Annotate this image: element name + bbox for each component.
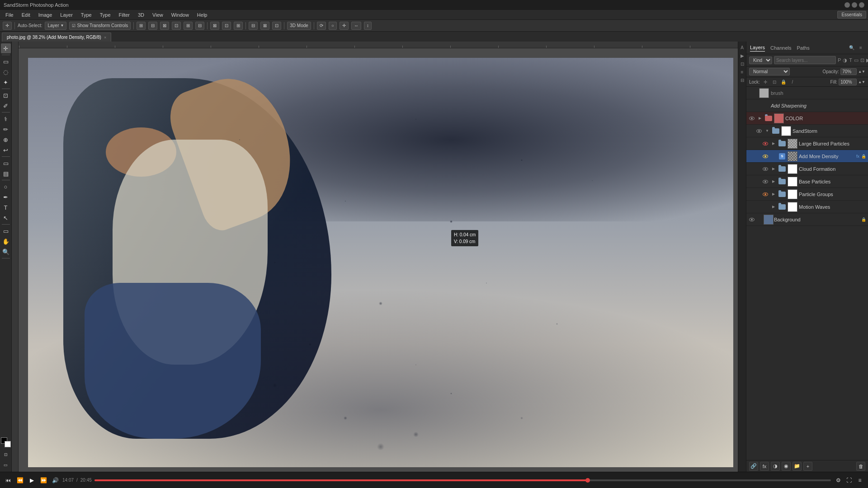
- search-icon-type[interactable]: T: [849, 57, 852, 63]
- layer-expand-base[interactable]: ▶: [770, 178, 777, 185]
- layer-item-base-particles[interactable]: ▶ Base Particles: [746, 175, 868, 188]
- history-brush-tool[interactable]: ↩: [1, 145, 11, 155]
- lock-all-icon[interactable]: 🔒: [780, 78, 787, 85]
- path-selection-tool[interactable]: ↖: [1, 213, 11, 223]
- tab-paths[interactable]: Paths: [797, 44, 810, 52]
- video-settings-btn[interactable]: ⚙: [834, 476, 843, 485]
- layer-expand-cloud[interactable]: ▶: [770, 166, 777, 172]
- video-fullscreen-btn[interactable]: ⛶: [844, 476, 854, 485]
- menu-image[interactable]: Image: [35, 11, 56, 19]
- pan-3d-btn[interactable]: ✛: [340, 22, 349, 30]
- layer-item-particle-groups[interactable]: ▶ Particle Groups: [746, 188, 868, 201]
- ai-btn-2[interactable]: ▶: [739, 52, 745, 59]
- layer-visibility-motion[interactable]: [762, 203, 769, 211]
- layer-item-background[interactable]: Background 🔒: [746, 213, 868, 226]
- opacity-input[interactable]: [840, 68, 857, 75]
- video-progress-thumb[interactable]: [585, 478, 590, 483]
- search-icon-video[interactable]: ▶: [866, 57, 868, 63]
- opacity-stepper-icon[interactable]: ▲▼: [858, 70, 865, 74]
- menu-type[interactable]: Type: [77, 11, 95, 19]
- magic-wand-tool[interactable]: ✦: [1, 77, 11, 87]
- active-tab[interactable]: photo.jpg @ 38.2% (Add More Density, RGB…: [2, 33, 111, 42]
- zoom-tool[interactable]: 🔍: [1, 247, 11, 257]
- layer-item-sandstorm[interactable]: ▼ SandStorm: [746, 125, 868, 137]
- slide-3d-btn[interactable]: ↔: [351, 22, 361, 30]
- essentials-button[interactable]: Essentials: [837, 11, 866, 19]
- layer-visibility-large-blurred[interactable]: [762, 140, 769, 147]
- blend-mode-select[interactable]: Normal: [749, 68, 790, 75]
- video-next-frame-btn[interactable]: ⏩: [39, 476, 48, 485]
- orbit-btn[interactable]: ○: [329, 22, 337, 30]
- canvas-area[interactable]: H: 0.04 cm V: 0.09 cm: [12, 42, 738, 472]
- layer-item-add-sharpening[interactable]: Add Sharpening: [746, 99, 868, 112]
- lock-transparency-icon[interactable]: /: [789, 78, 796, 85]
- lock-position-icon[interactable]: ✛: [762, 78, 769, 85]
- layer-visibility-add-density[interactable]: [762, 153, 769, 160]
- layer-expand-color[interactable]: ▶: [757, 115, 763, 122]
- menu-window[interactable]: Window: [168, 11, 193, 19]
- tab-layers[interactable]: Layers: [750, 44, 765, 52]
- select-tool[interactable]: ▭: [1, 56, 11, 66]
- panel-search-icon[interactable]: 🔍: [848, 44, 855, 52]
- minimize-btn[interactable]: [844, 2, 850, 8]
- layer-expand-sandstorm[interactable]: ▼: [764, 128, 770, 134]
- layer-item-add-more-density[interactable]: S Add More Density fx 🔒: [746, 150, 868, 163]
- new-group-btn[interactable]: 📁: [793, 462, 802, 471]
- search-icon-smart[interactable]: ⊡: [860, 57, 864, 63]
- crop-tool[interactable]: ⊡: [1, 90, 11, 100]
- layer-visibility-bg[interactable]: [748, 216, 755, 223]
- menu-filter[interactable]: Filter: [115, 11, 133, 19]
- menu-3d[interactable]: 3D: [134, 11, 148, 19]
- gradient-tool[interactable]: ▤: [1, 169, 11, 178]
- ai-btn-4[interactable]: ≡: [739, 69, 745, 75]
- quick-mask-btn[interactable]: ⊡: [1, 450, 11, 460]
- canvas-wrapper[interactable]: H: 0.04 cm V: 0.09 cm: [19, 49, 738, 472]
- add-style-btn[interactable]: fx: [760, 462, 769, 471]
- search-type-select[interactable]: Kind: [749, 56, 772, 64]
- scale-3d-btn[interactable]: ↕: [364, 22, 372, 30]
- search-icon-pixel[interactable]: P: [838, 57, 841, 63]
- move-tool[interactable]: ✛: [1, 43, 11, 53]
- layer-visibility-sharpening[interactable]: [750, 102, 757, 109]
- layer-expand-particles[interactable]: ▶: [770, 191, 777, 197]
- new-adjustment-btn[interactable]: ◉: [782, 462, 791, 471]
- panel-settings-icon[interactable]: ≡: [857, 44, 864, 52]
- align-btn-7[interactable]: ⊠: [210, 22, 219, 30]
- align-btn-1[interactable]: ⊞: [137, 22, 146, 30]
- layer-list[interactable]: brush Add Sharpening ▶ COLO: [746, 87, 868, 460]
- new-layer-btn[interactable]: +: [803, 462, 812, 471]
- move-tool-btn[interactable]: ✛: [3, 22, 12, 30]
- video-progress-bar[interactable]: [94, 479, 831, 481]
- fill-input[interactable]: [839, 79, 857, 85]
- close-btn[interactable]: [859, 2, 864, 8]
- canvas-image[interactable]: H: 0.04 cm V: 0.09 cm: [28, 58, 733, 467]
- ai-btn-3[interactable]: ⊡: [739, 61, 745, 67]
- menu-layer[interactable]: Layer: [57, 11, 76, 19]
- type-tool[interactable]: T: [1, 202, 11, 212]
- video-audio-btn[interactable]: 🔊: [51, 476, 60, 485]
- align-btn-11[interactable]: ⊠: [260, 22, 269, 30]
- spot-heal-tool[interactable]: ⚕: [1, 114, 11, 124]
- ai-btn-5[interactable]: ⊟: [739, 77, 745, 83]
- layer-item-cloud-formation[interactable]: ▶ Cloud Formation: [746, 163, 868, 175]
- maximize-btn[interactable]: [852, 2, 857, 8]
- delete-layer-btn[interactable]: 🗑: [856, 462, 865, 471]
- align-btn-6[interactable]: ⊟: [195, 22, 204, 30]
- lock-artboards-icon[interactable]: ⊡: [771, 78, 778, 85]
- menu-view[interactable]: View: [149, 11, 167, 19]
- align-btn-5[interactable]: ⊞: [184, 22, 193, 30]
- video-prev-frame-btn[interactable]: ⏪: [15, 476, 24, 485]
- layer-item-brush[interactable]: brush: [746, 87, 868, 99]
- lasso-tool[interactable]: ◌: [1, 67, 11, 77]
- layer-visibility-brush[interactable]: [750, 89, 757, 97]
- video-options-btn[interactable]: ≡: [855, 476, 864, 485]
- menu-edit[interactable]: Edit: [18, 11, 34, 19]
- layer-item-large-blurred[interactable]: ▶ Large Blurred Particles: [746, 137, 868, 150]
- menu-file[interactable]: File: [2, 11, 17, 19]
- screen-mode-btn[interactable]: ▭: [1, 460, 11, 470]
- shape-tool[interactable]: ▭: [1, 226, 11, 236]
- add-mask-btn[interactable]: ◑: [771, 462, 780, 471]
- align-btn-2[interactable]: ⊟: [148, 22, 157, 30]
- menu-select[interactable]: Type: [96, 11, 114, 19]
- tab-close-btn[interactable]: ×: [104, 35, 106, 40]
